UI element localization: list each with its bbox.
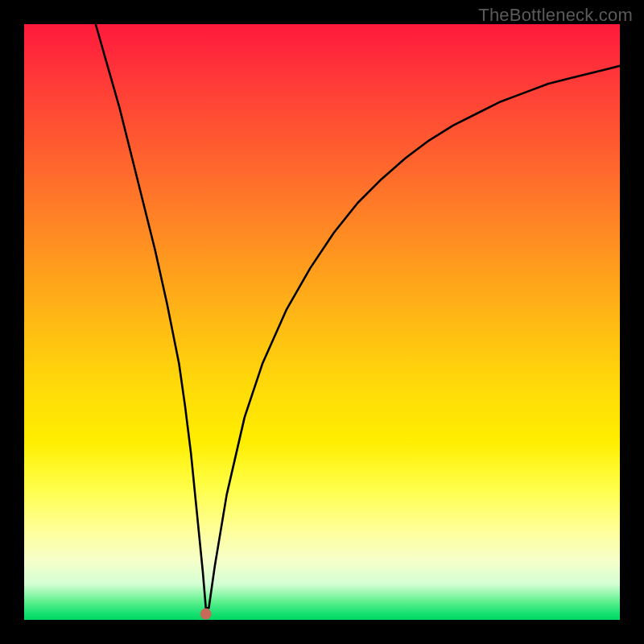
- curve-path: [96, 24, 620, 608]
- watermark-text: TheBottleneck.com: [478, 5, 633, 26]
- bottleneck-curve: [24, 24, 620, 620]
- optimum-marker: [200, 609, 211, 619]
- plot-area: [24, 24, 620, 620]
- chart-frame: TheBottleneck.com: [0, 0, 644, 644]
